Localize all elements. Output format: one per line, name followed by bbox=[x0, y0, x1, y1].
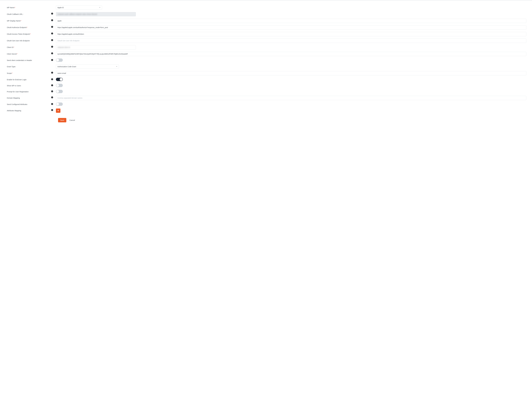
client-secret-input[interactable] bbox=[56, 52, 526, 56]
info-icon[interactable]: i bbox=[51, 90, 53, 92]
label-attr-map: Attributes Mapping bbox=[7, 110, 21, 111]
label-enduser: Enable for EndUser Login bbox=[7, 79, 26, 81]
idp-name-select[interactable]: Apple ID bbox=[56, 5, 102, 10]
info-icon[interactable]: i bbox=[51, 103, 53, 105]
info-icon[interactable]: i bbox=[51, 13, 53, 15]
info-icon[interactable]: i bbox=[51, 33, 53, 34]
prompt-registration-toggle[interactable] bbox=[56, 90, 63, 93]
label-prompt-reg: Prompt for User Registration bbox=[7, 91, 29, 93]
label-authorize: OAuth Authorize Endpoint bbox=[7, 26, 27, 28]
info-icon[interactable]: i bbox=[51, 19, 53, 21]
info-icon[interactable]: i bbox=[51, 39, 53, 41]
idp-config-form: IdP Name Apple ID OAuth Callback URL : i… bbox=[0, 1, 532, 126]
callback-url-display: redacted oauth callback endpoint value s… bbox=[56, 12, 136, 16]
label-scope: Scope bbox=[7, 72, 13, 74]
label-grant-type: Grant Type: bbox=[7, 66, 16, 68]
client-id-input[interactable]: redacted client id bbox=[56, 45, 136, 50]
info-icon[interactable]: i bbox=[51, 59, 53, 61]
form-actions: Save Cancel bbox=[58, 118, 526, 122]
info-icon[interactable]: i bbox=[51, 46, 53, 48]
save-button[interactable]: Save bbox=[58, 118, 66, 122]
token-endpoint-input[interactable] bbox=[56, 32, 526, 36]
info-icon[interactable]: i bbox=[51, 84, 53, 86]
label-cred-header: Send client credentials in Header bbox=[7, 60, 32, 61]
plus-icon: + bbox=[57, 109, 59, 112]
info-icon[interactable]: i bbox=[51, 78, 53, 80]
label-display-name: IdP Display Name bbox=[7, 20, 21, 22]
label-client-id: Client ID bbox=[7, 46, 14, 48]
label-client-secret: Client Secret bbox=[7, 53, 17, 55]
scope-input[interactable] bbox=[56, 71, 526, 75]
label-domain-map: Domain Mapping bbox=[7, 97, 20, 99]
label-show-idp: Show IdP to Users bbox=[7, 85, 21, 87]
label-send-attrs: Send Configured Attributes bbox=[7, 103, 27, 105]
send-attributes-toggle[interactable] bbox=[56, 102, 63, 106]
show-idp-toggle[interactable] bbox=[56, 84, 63, 87]
grant-type-select[interactable]: Authorization Code Grant bbox=[56, 65, 119, 69]
authorize-endpoint-input[interactable] bbox=[56, 25, 526, 30]
info-icon[interactable]: i bbox=[51, 109, 53, 111]
info-icon[interactable]: i bbox=[51, 52, 53, 54]
label-token: OAuth Access Token Endpoint bbox=[7, 33, 31, 35]
cred-header-toggle[interactable] bbox=[56, 59, 63, 62]
label-callback: OAuth Callback URL : bbox=[7, 13, 24, 15]
domain-mapping-input[interactable] bbox=[56, 96, 526, 100]
label-userinfo: OAuth Get User Info Endpoint bbox=[7, 40, 30, 42]
info-icon[interactable]: i bbox=[51, 96, 53, 98]
enduser-login-toggle[interactable] bbox=[56, 78, 63, 81]
display-name-input[interactable] bbox=[56, 19, 526, 23]
info-icon[interactable]: i bbox=[51, 72, 53, 74]
info-icon[interactable]: i bbox=[51, 26, 53, 28]
add-attribute-button[interactable]: + bbox=[56, 109, 60, 113]
label-idp-name: IdP Name bbox=[7, 7, 15, 8]
userinfo-endpoint-input[interactable] bbox=[56, 39, 526, 43]
cancel-button[interactable]: Cancel bbox=[69, 119, 76, 121]
